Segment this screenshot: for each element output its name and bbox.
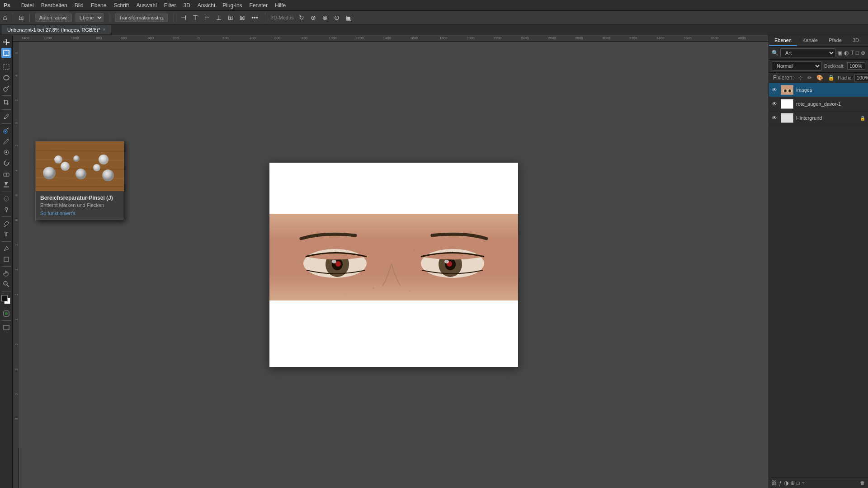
- layer-item-hintergrund[interactable]: 👁 Hintergrund 🔒: [769, 111, 868, 125]
- document-tab[interactable]: Unbenannt-1 bei 27,8% (Images, RGB/8)* ×: [2, 25, 111, 34]
- shape-tool[interactable]: [1, 254, 11, 264]
- svg-text:1800: 1800: [439, 36, 448, 40]
- svg-rect-92: [36, 141, 124, 191]
- menu-ebene[interactable]: Ebene: [91, 2, 107, 9]
- path-selection-tool[interactable]: [1, 244, 11, 253]
- lock-artboard-icon[interactable]: 🎨: [815, 74, 825, 81]
- rotate-3d-icon[interactable]: ↻: [297, 14, 306, 21]
- pan-3d-icon[interactable]: ⊕: [309, 14, 317, 21]
- fill-tool[interactable]: [1, 180, 11, 190]
- auto-select-btn[interactable]: Auton. ausw.: [35, 14, 72, 22]
- svg-text:3400: 3400: [656, 36, 665, 40]
- menu-hilfe[interactable]: Hilfe: [275, 2, 286, 9]
- align-right-icon[interactable]: ⊢: [203, 14, 211, 21]
- camera-3d-icon[interactable]: ▣: [344, 14, 353, 21]
- align-left-icon[interactable]: ⊣: [179, 14, 188, 21]
- opacity-input[interactable]: [847, 62, 865, 70]
- svg-text:2800: 2800: [575, 36, 583, 40]
- align-top-icon[interactable]: ⊥: [215, 14, 223, 21]
- move-tool[interactable]: [1, 37, 11, 47]
- text-tool[interactable]: T: [1, 230, 11, 239]
- blend-mode-select[interactable]: Normal: [772, 61, 821, 70]
- quick-select-tool[interactable]: [1, 84, 11, 94]
- history-brush-tool[interactable]: [1, 158, 11, 168]
- lock-all-icon[interactable]: 🔒: [826, 74, 836, 81]
- menu-ansicht[interactable]: Ansicht: [198, 2, 215, 9]
- svg-point-102: [102, 169, 114, 181]
- auto-select-dropdown[interactable]: Ebene: [75, 13, 104, 22]
- align-bottom-icon[interactable]: ⊠: [238, 14, 246, 21]
- filter-pixel-icon[interactable]: ▣: [837, 50, 842, 56]
- app-logo: Ps: [4, 2, 10, 9]
- tab-kanaele[interactable]: Kanäle: [797, 35, 823, 46]
- filter-adjust-icon[interactable]: ◐: [844, 50, 849, 56]
- svg-text:2: 2: [15, 99, 18, 101]
- screen-mode-btn[interactable]: [1, 323, 11, 333]
- menu-bild[interactable]: Bild: [75, 2, 84, 9]
- quick-mask-btn[interactable]: [1, 309, 11, 319]
- home-icon[interactable]: ⌂: [3, 14, 7, 22]
- transform-btn[interactable]: Transformationsstrg.: [115, 14, 168, 22]
- arrange-icon[interactable]: ⊞: [19, 14, 24, 21]
- menu-bearbeiten[interactable]: Bearbeiten: [41, 2, 67, 9]
- layer-visibility-rote-augen[interactable]: 👁: [772, 101, 778, 107]
- zoom-3d-icon[interactable]: ⊗: [321, 14, 329, 21]
- tab-close-btn[interactable]: ×: [103, 27, 105, 32]
- canvas-area[interactable]: Bereichsreparatur-Pinsel (J) Entfernt Ma…: [19, 42, 769, 488]
- tab-ebenen[interactable]: Ebenen: [769, 35, 797, 46]
- tab-pfade[interactable]: Pfade: [823, 35, 847, 46]
- adjustment-layer-btn[interactable]: ⊕: [790, 480, 795, 486]
- layer-visibility-images[interactable]: 👁: [772, 87, 778, 93]
- layer-type-filter[interactable]: Art: [780, 48, 835, 57]
- color-swatches[interactable]: [1, 295, 11, 308]
- tab-3d[interactable]: 3D: [847, 35, 864, 46]
- hand-tool[interactable]: [1, 268, 11, 278]
- delete-layer-btn[interactable]: 🗑: [860, 480, 865, 486]
- new-layer-btn[interactable]: +: [802, 480, 805, 486]
- menu-datei[interactable]: Datei: [21, 2, 34, 9]
- filter-text-icon[interactable]: T: [850, 50, 854, 56]
- menu-plugins[interactable]: Plug-ins: [222, 2, 242, 9]
- layer-item-images[interactable]: 👁 images: [769, 83, 868, 97]
- align-center-icon[interactable]: ⊤: [191, 14, 199, 21]
- layer-mask-btn[interactable]: ◑: [784, 480, 788, 486]
- menu-fenster[interactable]: Fenster: [250, 2, 268, 9]
- zoom-tool[interactable]: [1, 279, 11, 289]
- filter-shape-icon[interactable]: □: [856, 50, 859, 56]
- menu-auswahl[interactable]: Auswahl: [136, 2, 156, 9]
- brush-tool[interactable]: [1, 136, 11, 146]
- orbit-3d-icon[interactable]: ⊙: [333, 14, 341, 21]
- more-options-icon[interactable]: •••: [250, 14, 259, 21]
- layer-item-rote-augen[interactable]: 👁 rote_augen_davor-1: [769, 97, 868, 111]
- svg-text:6: 6: [15, 52, 18, 54]
- layer-group-btn[interactable]: □: [797, 480, 800, 486]
- lasso-tool[interactable]: [1, 73, 11, 83]
- align-middle-icon[interactable]: ⊞: [226, 14, 235, 21]
- blur-tool[interactable]: [1, 194, 11, 204]
- clone-stamp-tool[interactable]: [1, 147, 11, 157]
- fill-input[interactable]: [854, 74, 868, 81]
- marquee-tool[interactable]: [1, 62, 11, 72]
- link-layers-btn[interactable]: ⛓: [772, 480, 777, 486]
- lock-position-icon[interactable]: ⊹: [797, 74, 804, 81]
- filter-smart-icon[interactable]: ⊛: [861, 50, 865, 56]
- foreground-color-swatch[interactable]: [1, 295, 8, 301]
- healing-brush-tool[interactable]: [1, 126, 11, 136]
- lock-pixel-icon[interactable]: ✏: [806, 74, 813, 81]
- layer-thumb-eyes-svg: [781, 85, 793, 95]
- eraser-tool[interactable]: [1, 169, 11, 179]
- menu-3d[interactable]: 3D: [184, 2, 190, 9]
- tooltip-learn-link[interactable]: So funktioniert's: [40, 211, 118, 216]
- layer-visibility-hintergrund[interactable]: 👁: [772, 115, 778, 121]
- artboard-tool[interactable]: [1, 48, 11, 58]
- options-bar: ⌂ ⊞ Auton. ausw. Ebene Transformationsst…: [0, 11, 868, 24]
- layer-style-btn[interactable]: ƒ: [779, 480, 782, 486]
- pen-tool[interactable]: [1, 219, 11, 229]
- svg-text:2: 2: [15, 393, 18, 395]
- eyedropper-tool[interactable]: [1, 112, 11, 122]
- dodge-tool[interactable]: [1, 205, 11, 215]
- crop-tool[interactable]: [1, 98, 11, 108]
- menu-filter[interactable]: Filter: [164, 2, 176, 9]
- svg-text:1: 1: [15, 319, 18, 320]
- menu-schrift[interactable]: Schrift: [113, 2, 129, 9]
